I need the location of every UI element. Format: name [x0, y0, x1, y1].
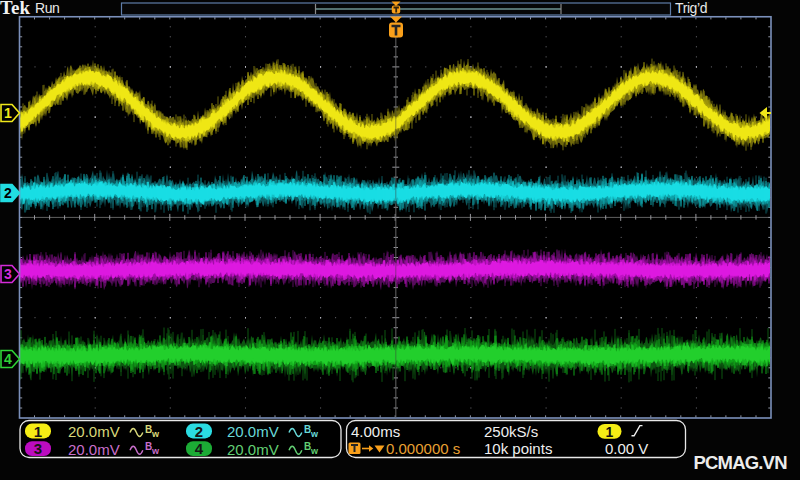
svg-text:1: 1	[34, 423, 42, 440]
svg-text:20.0mV: 20.0mV	[68, 441, 120, 458]
svg-text:Trig’d: Trig’d	[675, 0, 707, 16]
svg-text:3: 3	[4, 266, 12, 282]
svg-text:4.00ms: 4.00ms	[351, 423, 400, 440]
svg-text:2: 2	[4, 185, 12, 201]
svg-text:20.0mV: 20.0mV	[68, 423, 120, 440]
svg-text:1: 1	[4, 105, 12, 121]
svg-text:10k points: 10k points	[484, 440, 552, 457]
svg-text:0.00 V: 0.00 V	[605, 440, 648, 457]
svg-text:Run: Run	[35, 0, 59, 16]
svg-text:250kS/s: 250kS/s	[484, 423, 538, 440]
svg-text:1: 1	[606, 424, 614, 440]
svg-text:w: w	[310, 446, 319, 456]
svg-text:2: 2	[195, 423, 203, 440]
svg-text:0.000000 s: 0.000000 s	[386, 440, 460, 457]
svg-text:w: w	[310, 429, 319, 439]
svg-text:w: w	[151, 446, 160, 456]
svg-text:PCMAG.VN: PCMAG.VN	[694, 452, 788, 473]
svg-text:20.0mV: 20.0mV	[227, 423, 279, 440]
svg-text:20.0mV: 20.0mV	[227, 441, 279, 458]
svg-text:4: 4	[195, 440, 204, 457]
svg-text:4: 4	[4, 351, 12, 367]
svg-text:Tek: Tek	[0, 0, 30, 18]
svg-text:w: w	[151, 429, 160, 439]
svg-text:3: 3	[34, 440, 42, 457]
